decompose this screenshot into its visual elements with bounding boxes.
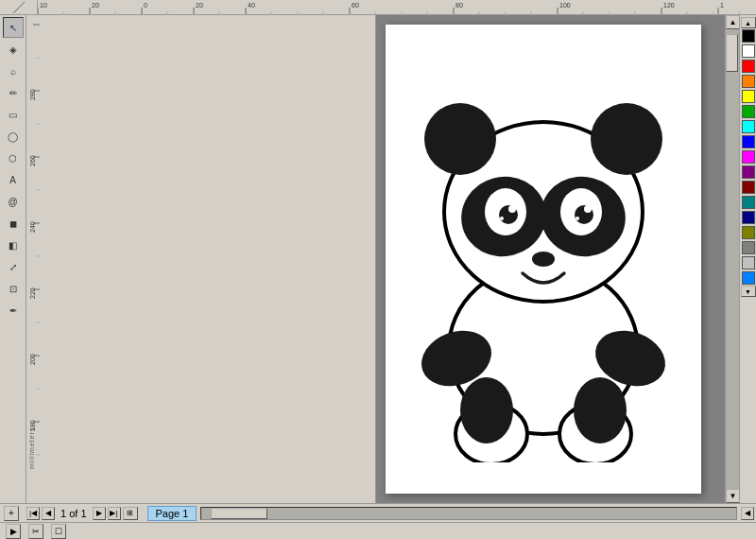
first-page-button[interactable]: |◀ [26, 507, 40, 520]
svg-text:100: 100 [559, 2, 571, 9]
svg-point-80 [500, 217, 504, 220]
add-page-button[interactable]: + [4, 506, 19, 521]
canvas-bg: D [386, 25, 701, 494]
contour-tool[interactable]: ⊡ [3, 278, 24, 299]
svg-point-68 [460, 377, 513, 443]
color-swatch-navy[interactable] [742, 211, 755, 224]
color-swatch-teal[interactable] [742, 196, 755, 209]
bottom-tools: + [0, 506, 23, 521]
ruler-corner [0, 0, 38, 15]
node-tool[interactable]: ◈ [3, 39, 24, 60]
scroll-left-button[interactable]: ◀ [741, 507, 754, 520]
svg-text:10: 10 [40, 2, 47, 9]
palette-scroll-up[interactable]: ▲ [741, 17, 756, 28]
scroll-thumb-v[interactable] [726, 34, 738, 72]
color-palette: ▲ ▼ [739, 15, 756, 503]
vertical-scrollbar[interactable]: ▲ ▼ [725, 15, 739, 503]
panda-illustration: D [392, 56, 695, 462]
color-swatch-yellow[interactable] [742, 90, 755, 103]
svg-line-0 [13, 2, 25, 13]
svg-point-83 [532, 252, 555, 267]
svg-text:280: 280 [29, 89, 36, 100]
middle-row: ↖ ◈ ⌕ ✏ ▭ ◯ ⬡ A @ ◼ ◧ ⤢ ⊡ ✒ 280 [0, 15, 756, 503]
svg-text:120: 120 [663, 2, 675, 9]
scroll-down-button[interactable]: ▼ [726, 489, 740, 503]
color-swatch-brightblue[interactable] [742, 271, 755, 285]
svg-point-69 [574, 377, 627, 443]
svg-point-81 [584, 205, 592, 213]
last-page-button[interactable]: ▶| [108, 507, 121, 520]
color-swatch-black[interactable] [742, 29, 755, 43]
canvas-container: D [376, 15, 725, 503]
svg-point-82 [576, 217, 579, 220]
add-page-button-nav[interactable]: ⊞ [123, 507, 138, 520]
svg-text:220: 220 [29, 287, 36, 299]
svg-text:40: 40 [248, 2, 255, 9]
polygon-tool[interactable]: ⬡ [3, 148, 24, 168]
svg-text:1: 1 [720, 2, 724, 9]
color-swatch-magenta[interactable] [742, 150, 755, 164]
svg-point-72 [591, 103, 662, 175]
vertical-ruler: 280 260 240 220 200 180 [26, 15, 376, 503]
status-scissors-button[interactable]: ✂ [28, 524, 43, 539]
svg-text:80: 80 [455, 2, 463, 9]
color-swatch-silver[interactable] [742, 256, 755, 270]
fill-tool[interactable]: ◼ [3, 213, 24, 234]
color-swatch-orange[interactable] [742, 75, 755, 88]
svg-point-79 [508, 205, 516, 213]
prev-page-button[interactable]: ◀ [42, 507, 55, 520]
color-swatch-blue[interactable] [742, 135, 755, 148]
status-bar: ▶ ✂ ☐ [0, 522, 756, 539]
scrollbar-corner-top [742, 0, 756, 15]
pen-tool[interactable]: ✒ [3, 300, 24, 321]
svg-text:200: 200 [29, 354, 36, 365]
status-lock-button[interactable]: ☐ [51, 524, 66, 539]
pointer-tool[interactable]: ↖ [3, 17, 24, 38]
status-play-button[interactable]: ▶ [6, 524, 21, 539]
page-count: 1 of 1 [57, 508, 91, 519]
svg-text:20: 20 [196, 2, 203, 9]
scroll-thumb-h[interactable] [211, 508, 267, 519]
next-page-button[interactable]: ▶ [93, 507, 106, 520]
svg-text:millimeters: millimeters [28, 427, 35, 469]
color-swatch-olive[interactable] [742, 226, 755, 239]
color-swatch-red[interactable] [742, 60, 755, 73]
bottom-nav-row: + |◀ ◀ 1 of 1 ▶ ▶| ⊞ Page 1 ◀ [0, 503, 756, 522]
page-navigation: |◀ ◀ 1 of 1 ▶ ▶| ⊞ [23, 507, 142, 520]
horizontal-ruler: 10 20 0 20 40 60 80 100 120 [38, 0, 742, 15]
svg-text:60: 60 [352, 2, 359, 9]
svg-text:240: 240 [29, 221, 36, 233]
color-swatch-green[interactable] [742, 105, 755, 118]
page-tab[interactable]: Page 1 [147, 506, 198, 521]
ellipse-tool[interactable]: ◯ [3, 126, 24, 147]
palette-scroll-down[interactable]: ▼ [741, 286, 756, 297]
color-swatch-cyan[interactable] [742, 120, 755, 133]
svg-text:20: 20 [92, 2, 99, 9]
spiral-tool[interactable]: @ [3, 191, 24, 212]
horizontal-scrollbar[interactable] [200, 507, 737, 520]
zoom-tool[interactable]: ⌕ [3, 61, 24, 81]
svg-point-71 [424, 103, 496, 175]
rectangle-tool[interactable]: ▭ [3, 104, 24, 125]
color-swatch-white[interactable] [742, 44, 755, 58]
top-ruler-row: 10 20 0 20 40 60 80 100 120 [0, 0, 756, 15]
eyedropper-tool[interactable]: ◧ [3, 235, 24, 255]
color-swatch-gray[interactable] [742, 241, 755, 254]
color-swatch-darkred[interactable] [742, 181, 755, 194]
text-tool[interactable]: A [3, 169, 24, 190]
scroll-up-button[interactable]: ▲ [726, 15, 740, 29]
svg-text:260: 260 [29, 155, 36, 166]
scroll-track-v[interactable] [726, 29, 739, 489]
blend-tool[interactable]: ⤢ [3, 256, 24, 277]
left-toolbar: ↖ ◈ ⌕ ✏ ▭ ◯ ⬡ A @ ◼ ◧ ⤢ ⊡ ✒ [0, 15, 26, 503]
color-swatch-purple[interactable] [742, 165, 755, 179]
app-window: 10 20 0 20 40 60 80 100 120 [0, 0, 756, 539]
svg-text:0: 0 [144, 2, 147, 9]
freehand-tool[interactable]: ✏ [3, 82, 24, 103]
